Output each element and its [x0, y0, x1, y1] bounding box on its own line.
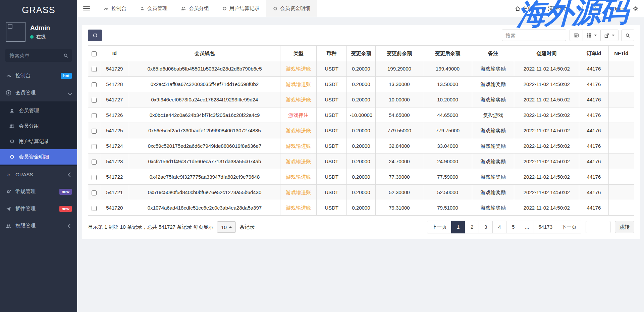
page-size-dropdown[interactable]: 10 [217, 221, 236, 233]
tab-settle-record[interactable]: 用户结算记录 [216, 0, 266, 17]
select-all-checkbox[interactable] [92, 51, 97, 56]
columns-dropdown-button[interactable] [583, 30, 601, 41]
toolbar-button-group [570, 30, 619, 41]
data-table: Id会员钱包类型币种变更余额变更前余额变更后余额备注创建时间订单idNFTid … [88, 45, 634, 216]
detail-view-button[interactable] [570, 30, 583, 41]
page-button[interactable]: 3 [479, 221, 493, 233]
cell-wallet: 0x42ae75fafe9f327775aa33947dfa602ef9e796… [129, 169, 280, 185]
clear-cache-link[interactable]: 清除缓存 [541, 5, 568, 12]
sidebar-item-label: 用户结算记录 [19, 138, 49, 145]
cell-id: 541720 [100, 200, 129, 216]
row-checkbox[interactable] [92, 160, 97, 165]
sidebar-item-member-manage[interactable]: 会员管理 [0, 103, 77, 118]
sidebar-item-fund-detail[interactable]: 会员资金明细 [0, 149, 77, 165]
row-checkbox[interactable] [92, 190, 97, 195]
flag-broken-image-icon[interactable] [577, 6, 583, 11]
tab-label: 会员管理 [147, 5, 167, 12]
cell-type: 游戏输进账 [280, 77, 316, 92]
cell-wallet: 0x56e5c5f2ad7330bacfe12b9f90840613072748… [129, 123, 280, 138]
caret-down-icon [594, 35, 597, 36]
cell-created: 2022-11-02 14:50:02 [514, 107, 579, 123]
settings-menu[interactable] [633, 6, 639, 11]
type-label: 游戏输进账 [286, 128, 311, 133]
tab-member-group[interactable]: 会员分组 [174, 0, 216, 17]
user-avatar-broken-image[interactable] [591, 3, 601, 14]
tab-dashboard[interactable]: 控制台 [97, 0, 133, 17]
row-checkbox[interactable] [92, 129, 97, 134]
page-button[interactable]: 4 [492, 221, 506, 233]
cell-created: 2022-11-02 14:50:02 [514, 200, 579, 216]
page-button[interactable]: 5 [506, 221, 520, 233]
row-checkbox[interactable] [92, 113, 97, 118]
column-header[interactable]: 订单id [579, 46, 608, 61]
cell-after: 33.04000 [423, 138, 472, 154]
column-header[interactable]: Id [100, 46, 129, 61]
jump-button[interactable]: 跳转 [615, 221, 634, 233]
username-menu[interactable]: Admin [610, 6, 624, 11]
sidebar-item-addon[interactable]: 插件管理 new [0, 200, 77, 217]
column-header[interactable]: 变更前余额 [375, 46, 423, 61]
table-row: 541723 0xcfc156d1f49c371d560eca77131da38… [88, 154, 634, 169]
column-header[interactable]: 创建时间 [514, 46, 579, 61]
cell-wallet: 0xc59c520175ed2a6d6c7949fde8806019f8a636… [129, 138, 280, 154]
row-checkbox[interactable] [92, 82, 97, 87]
cell-coin: USDT [316, 154, 346, 169]
tab-fund-detail[interactable]: 会员资金明细 [266, 0, 317, 17]
sidebar-item-grass[interactable]: » GRASS [0, 166, 77, 183]
sidebar-item-label: 控制台 [15, 73, 31, 79]
page-button[interactable]: ... [520, 221, 534, 233]
new-badge: new [59, 189, 72, 195]
jump-page-input[interactable] [586, 221, 610, 233]
tab-member-manage[interactable]: 会员管理 [133, 0, 174, 17]
sidebar-item-settle-record[interactable]: 用户结算记录 [0, 134, 77, 149]
user-status: 在线 [30, 34, 50, 40]
type-label: 游戏押注 [288, 112, 309, 118]
column-header[interactable]: NFTid [608, 46, 634, 61]
column-header[interactable]: 会员钱包 [129, 46, 280, 61]
sidebar: GRASS Admin 在线 控制台 hot [0, 0, 77, 312]
row-checkbox[interactable] [92, 67, 97, 72]
cell-nft-id [608, 169, 634, 185]
table-row: 541728 0x2ac51aff0a67c32003035ff4ef71dd1… [88, 77, 634, 92]
column-header[interactable]: 变更余额 [347, 46, 375, 61]
row-checkbox[interactable] [92, 98, 97, 103]
column-header[interactable]: 变更后余额 [423, 46, 472, 61]
cell-order-id: 44176 [579, 107, 608, 123]
table-search-input[interactable] [502, 30, 566, 41]
sidebar-search-input[interactable] [5, 49, 72, 62]
home-link[interactable]: 主页 [515, 5, 532, 12]
table-body: 541729 0x65fd6d06bab5fb45501b50324d28d2d… [88, 61, 634, 216]
sidebar-item-member[interactable]: 会员管理 [0, 84, 77, 101]
export-dropdown-button[interactable] [600, 30, 619, 41]
page-button[interactable]: 1 [451, 221, 465, 233]
row-checkbox[interactable] [92, 206, 97, 211]
sidebar-item-dashboard[interactable]: 控制台 hot [0, 67, 77, 84]
sidebar-item-general[interactable]: 常规管理 new [0, 183, 77, 200]
paper-plane-icon [5, 206, 12, 211]
username-label: Admin [610, 6, 624, 11]
cell-coin: USDT [316, 138, 346, 154]
page-button[interactable]: 2 [465, 221, 479, 233]
page-button[interactable]: 下一页 [557, 221, 581, 233]
row-checkbox[interactable] [92, 175, 97, 180]
column-header[interactable]: 备注 [472, 46, 514, 61]
column-header[interactable]: 币种 [316, 46, 346, 61]
sidebar-item-auth[interactable]: 权限管理 [0, 217, 77, 234]
sidebar-item-label: 权限管理 [15, 223, 36, 229]
sidebar-item-member-group[interactable]: 会员分组 [0, 118, 77, 134]
cell-memo: 复投游戏 [472, 107, 514, 123]
page-button[interactable]: 54173 [534, 221, 557, 233]
hamburger-icon[interactable] [83, 0, 90, 17]
cell-id: 541721 [100, 185, 129, 200]
column-header[interactable]: 类型 [280, 46, 316, 61]
cell-after: 779.75000 [423, 123, 472, 138]
cell-before: 13.30000 [375, 77, 423, 92]
content-panel: Id会员钱包类型币种变更余额变更前余额变更后余额备注创建时间订单idNFTid … [82, 25, 640, 239]
circle-o-icon [9, 154, 15, 159]
page-button[interactable]: 上一页 [427, 221, 451, 233]
refresh-button[interactable] [88, 30, 102, 41]
cell-nft-id [608, 107, 634, 123]
cell-before: 52.30000 [375, 185, 423, 200]
row-checkbox[interactable] [92, 144, 97, 149]
search-toggle-button[interactable] [621, 30, 634, 41]
